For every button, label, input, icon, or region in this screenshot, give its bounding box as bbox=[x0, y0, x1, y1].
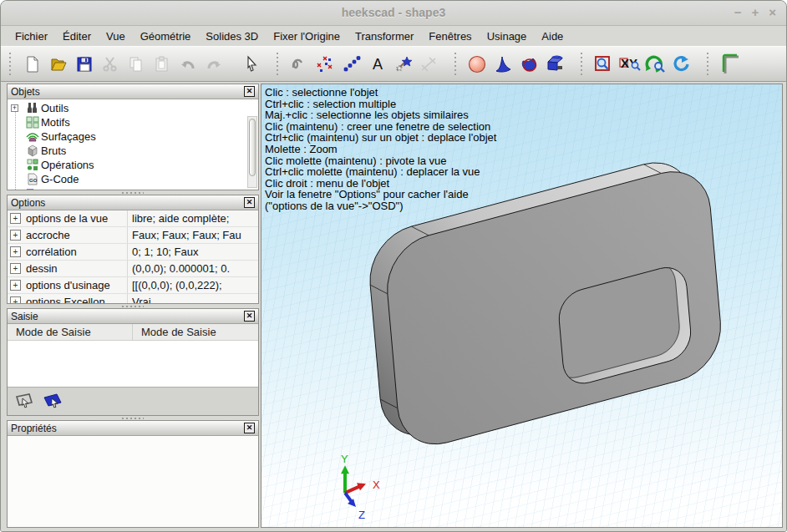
sphere-button[interactable] bbox=[465, 50, 490, 79]
paste-button[interactable] bbox=[149, 50, 175, 79]
menu-fichier[interactable]: Fichier bbox=[8, 28, 55, 45]
option-row-accroche[interactable]: + accroche Faux; Faux; Faux; Fau bbox=[8, 227, 258, 244]
properties-panel-title: Propriétés bbox=[11, 423, 57, 434]
expand-icon[interactable]: + bbox=[10, 263, 21, 274]
sidebar: Objets ✕ + Outils Motifs bbox=[7, 84, 259, 528]
redo-button[interactable] bbox=[201, 50, 226, 79]
viewport-help-overlay: Clic : selectionne l'objet Ctrl+clic : s… bbox=[265, 87, 496, 212]
pick-mode-icon[interactable] bbox=[14, 392, 36, 412]
axes-triad: Y X Z bbox=[341, 453, 380, 521]
expand-icon[interactable]: + bbox=[10, 280, 21, 291]
open-file-icon bbox=[49, 55, 68, 73]
input-mode-col2[interactable]: Mode de Saisie bbox=[133, 324, 258, 340]
svg-text:GO: GO bbox=[29, 178, 38, 183]
text-button[interactable]: A bbox=[364, 50, 390, 79]
toolbar-drag-handle[interactable] bbox=[8, 53, 12, 76]
undo-button[interactable] bbox=[175, 50, 201, 79]
options-panel-title: Options bbox=[11, 197, 45, 209]
option-row-vue[interactable]: + options de la vue libre; aide complète… bbox=[8, 210, 258, 227]
polyline-icon bbox=[342, 55, 362, 73]
tree-item-operations[interactable]: Opérations bbox=[8, 158, 258, 172]
toolbar-drag-handle[interactable] bbox=[706, 53, 709, 76]
cone-button[interactable] bbox=[490, 50, 516, 79]
input-mode-col1[interactable]: Mode de Saisie bbox=[8, 324, 133, 340]
expand-icon[interactable]: + bbox=[10, 230, 21, 241]
expand-icon[interactable]: + bbox=[10, 213, 21, 224]
option-row-excellon[interactable]: + options Excellon Vrai bbox=[8, 294, 258, 304]
sketch-button[interactable] bbox=[287, 50, 312, 79]
menu-vue[interactable]: Vue bbox=[99, 28, 133, 45]
rotate-view-button[interactable] bbox=[642, 50, 668, 79]
zoom-window-icon bbox=[593, 54, 615, 74]
save-button[interactable] bbox=[71, 50, 97, 79]
open-file-button[interactable] bbox=[45, 50, 71, 79]
objects-panel-close-icon[interactable]: ✕ bbox=[244, 86, 255, 97]
tree-item-label: Outils bbox=[41, 102, 69, 114]
points-button[interactable] bbox=[312, 50, 338, 79]
tree-item-partial[interactable] bbox=[8, 186, 258, 190]
tree-item-bruts[interactable]: Bruts bbox=[8, 144, 258, 158]
tree-item-gcode[interactable]: GO G-Code bbox=[8, 172, 258, 186]
select-button[interactable] bbox=[238, 50, 264, 79]
menu-fixer-origine[interactable]: Fixer l'Origine bbox=[266, 28, 348, 45]
option-row-dessin[interactable]: + dessin (0,0,0); 0.000001; 0. bbox=[8, 261, 258, 277]
tree-item-surfacages[interactable]: Surfaçages bbox=[8, 129, 258, 144]
expand-icon[interactable]: + bbox=[11, 104, 18, 112]
corner-button[interactable] bbox=[717, 50, 743, 79]
menu-aide[interactable]: Aide bbox=[534, 28, 571, 45]
text-icon: A bbox=[368, 55, 387, 73]
properties-panel-close-icon[interactable]: ✕ bbox=[244, 423, 255, 433]
drag-mode-icon[interactable] bbox=[43, 392, 64, 412]
option-value: Faux; Faux; Faux; Fau bbox=[128, 229, 258, 241]
properties-panel-body bbox=[8, 436, 258, 527]
minimize-button[interactable]: − bbox=[734, 5, 742, 20]
options-panel-close-icon[interactable]: ✕ bbox=[244, 197, 255, 208]
option-row-correlation[interactable]: + corrélation 0; 1; 10; Faux bbox=[8, 244, 258, 261]
tree-item-motifs[interactable]: Motifs bbox=[8, 115, 258, 129]
viewport-3d[interactable]: Y X Z Clic : selectionne l'objet Ctrl+cl… bbox=[261, 84, 783, 528]
menu-transformer[interactable]: Transformer bbox=[348, 28, 421, 45]
option-value: libre; aide complète; bbox=[128, 212, 258, 225]
new-file-button[interactable] bbox=[19, 50, 45, 79]
scrollbar-thumb[interactable] bbox=[249, 119, 256, 176]
wizard-button[interactable] bbox=[390, 50, 416, 79]
menu-fenetres[interactable]: Fenêtres bbox=[421, 28, 479, 45]
polyline-button[interactable] bbox=[338, 50, 364, 79]
copy-button[interactable] bbox=[123, 50, 149, 79]
dimension-button[interactable] bbox=[416, 50, 442, 79]
menu-editer[interactable]: Éditer bbox=[55, 28, 99, 45]
tree-item-label: Bruts bbox=[41, 144, 66, 157]
view-xy-button[interactable]: XY bbox=[617, 50, 642, 79]
option-row-usinage[interactable]: + options d'usinage [[(0,0,0); (0,0,222)… bbox=[8, 277, 258, 294]
help-line: Voir la fenetre "Options" pour cacher l'… bbox=[265, 189, 496, 200]
menu-geometrie[interactable]: Géométrie bbox=[133, 28, 199, 45]
new-file-icon bbox=[23, 55, 42, 73]
option-name: accroche bbox=[26, 227, 128, 243]
toolbar-drag-handle[interactable] bbox=[580, 53, 583, 76]
undo-icon bbox=[178, 55, 198, 73]
input-panel-close-icon[interactable]: ✕ bbox=[244, 311, 255, 322]
close-button[interactable]: × bbox=[769, 5, 776, 20]
objects-scrollbar[interactable] bbox=[247, 116, 257, 188]
redraw-button[interactable] bbox=[668, 50, 694, 79]
extrude-box-button[interactable] bbox=[542, 50, 568, 79]
maximize-button[interactable]: + bbox=[751, 5, 759, 20]
cut-button[interactable] bbox=[97, 50, 123, 79]
svg-text:A: A bbox=[372, 56, 382, 73]
title-bar[interactable]: heekscad - shape3 − + × bbox=[1, 1, 786, 26]
toolbar-drag-handle[interactable] bbox=[454, 53, 457, 76]
tree-item-label: Motifs bbox=[41, 116, 70, 129]
redo-icon bbox=[204, 55, 224, 73]
toolbar-drag-handle[interactable] bbox=[276, 53, 279, 76]
save-icon bbox=[75, 55, 94, 73]
expand-icon[interactable]: + bbox=[10, 246, 21, 257]
cylinder-button[interactable] bbox=[516, 50, 542, 79]
menu-usinage[interactable]: Usinage bbox=[480, 28, 535, 45]
menu-bar: Fichier Éditer Vue Géométrie Solides 3D … bbox=[1, 26, 786, 46]
objects-panel: Objets ✕ + Outils Motifs bbox=[7, 84, 259, 190]
zoom-window-button[interactable] bbox=[591, 50, 617, 79]
help-line: Maj.+clic : selectionne les objets simil… bbox=[265, 109, 496, 121]
menu-solides-3d[interactable]: Solides 3D bbox=[198, 28, 266, 45]
tree-item-outils[interactable]: + Outils bbox=[8, 101, 258, 115]
expand-icon[interactable]: + bbox=[10, 296, 21, 304]
